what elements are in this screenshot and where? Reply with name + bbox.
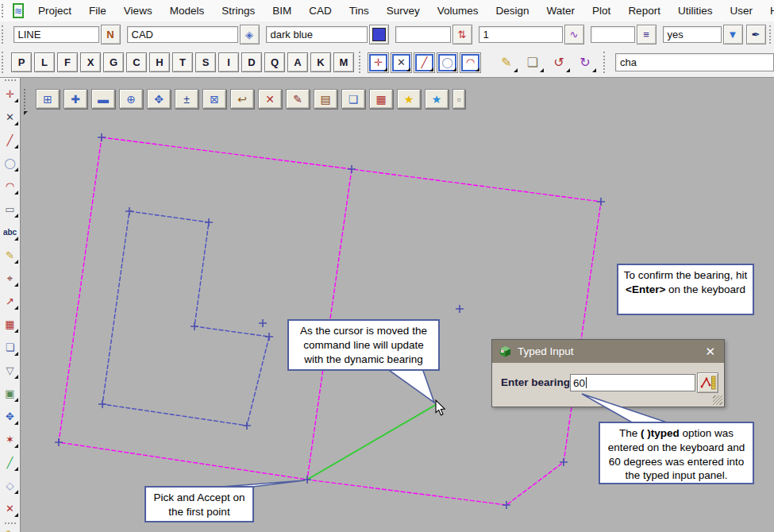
boundary-icon[interactable]: ◇ — [2, 476, 19, 495]
toolbar-grip[interactable] — [2, 52, 7, 73]
extra-view-icon[interactable]: ▫ — [452, 89, 465, 109]
snap-letter-m[interactable]: M — [333, 52, 354, 72]
bearing-input[interactable]: 60 — [570, 374, 695, 391]
color-swatch[interactable] — [369, 25, 389, 44]
edit-pencil-icon[interactable]: ✎ — [2, 528, 19, 532]
view-menu-icon[interactable]: ⊞ — [36, 89, 60, 109]
layers-icon[interactable]: ◈ — [240, 25, 260, 44]
snap-letter-x[interactable]: X — [80, 52, 101, 72]
menu-report[interactable]: Report — [619, 5, 669, 17]
menu-file[interactable]: File — [80, 5, 115, 17]
menu-utilities[interactable]: Utilities — [669, 5, 722, 17]
create-text-icon[interactable]: abc — [2, 223, 19, 241]
line-snap-icon[interactable]: ╱ — [414, 52, 435, 73]
menu-help[interactable]: Help — [761, 5, 774, 17]
height-field[interactable] — [395, 26, 451, 43]
redraw-icon[interactable]: ✎ — [286, 89, 310, 109]
zoom-scale-icon[interactable]: ± — [175, 89, 198, 109]
image-icon[interactable]: ▣ — [2, 384, 19, 403]
table-icon[interactable]: ▦ — [2, 315, 19, 333]
menu-cad[interactable]: CAD — [300, 5, 341, 17]
create-circle-icon[interactable]: ◯ — [2, 154, 19, 172]
cross-snap-icon[interactable]: ✕ — [391, 52, 412, 73]
delete-view-icon[interactable]: ✕ — [258, 89, 282, 109]
point-line-icon[interactable]: ⌖ — [2, 269, 19, 287]
toolbar-grip[interactable] — [24, 89, 29, 110]
menu-plot[interactable]: Plot — [583, 5, 619, 17]
snap-letter-g[interactable]: G — [103, 52, 124, 72]
point-snap-icon[interactable]: ✛ — [368, 52, 389, 73]
close-icon[interactable]: ✕ — [705, 345, 715, 357]
menu-project[interactable]: Project — [29, 5, 80, 17]
zoom-extent-icon[interactable]: ⊠ — [202, 89, 226, 109]
tin-icon[interactable]: ∿ — [564, 25, 584, 44]
favourites-icon[interactable]: ★ — [397, 89, 421, 109]
zoom-in-icon[interactable]: ✚ — [64, 89, 87, 109]
cross-string-icon[interactable]: ✕ — [2, 108, 19, 126]
zoom-out-icon[interactable]: ▬ — [91, 89, 115, 109]
toolbar-grip[interactable] — [603, 52, 609, 73]
bearing-picker-button[interactable] — [697, 372, 718, 393]
dialog-title-bar[interactable]: 12 Typed Input ✕ — [492, 340, 724, 363]
create-line-icon[interactable]: ╱ — [2, 131, 19, 149]
linestyle-field[interactable] — [591, 26, 635, 43]
toolbar-grip[interactable] — [5, 522, 16, 524]
arc-snap-icon[interactable]: ◠ — [460, 52, 481, 73]
snap-letter-c[interactable]: C — [126, 52, 147, 72]
model-field[interactable]: CAD — [127, 26, 238, 43]
toolbar-grip[interactable] — [5, 79, 16, 81]
select-box-icon[interactable]: ❏ — [2, 338, 19, 357]
eyedropper-icon[interactable]: ✒ — [746, 25, 766, 44]
z-height-icon[interactable]: ⇅ — [452, 25, 472, 44]
edit-string-icon[interactable]: ✎ — [495, 52, 518, 73]
create-rectangle-icon[interactable]: ▭ — [2, 200, 19, 218]
pan-icon[interactable]: ✥ — [147, 89, 171, 109]
weight-field[interactable]: 1 — [479, 26, 563, 43]
snap-letter-f[interactable]: F — [57, 52, 78, 72]
previous-view-icon[interactable]: ↩ — [230, 89, 254, 109]
paste-string-icon[interactable]: ❏ — [521, 52, 545, 73]
linestyle-icon[interactable]: ≡ — [637, 25, 657, 44]
menu-strings[interactable]: Strings — [213, 5, 264, 17]
snap-letter-p[interactable]: P — [11, 52, 32, 72]
create-arc-icon[interactable]: ◠ — [2, 177, 19, 195]
snap-letter-h[interactable]: H — [149, 52, 170, 72]
grid-icon[interactable]: ▦ — [369, 89, 393, 109]
name-badge-icon[interactable]: N — [101, 25, 121, 44]
resize-grip[interactable] — [713, 395, 722, 405]
polygon-icon[interactable]: ▽ — [2, 361, 19, 380]
colour-field[interactable]: dark blue — [266, 26, 368, 43]
toolbar-grip[interactable] — [2, 4, 3, 17]
reverse-string-icon[interactable]: ↺ — [547, 52, 571, 73]
menu-volumes[interactable]: Volumes — [429, 5, 487, 17]
create-symbol-icon[interactable]: ✎ — [2, 246, 19, 264]
snap-letter-i[interactable]: I — [218, 52, 239, 72]
copy-view-icon[interactable]: ❏ — [341, 89, 365, 109]
smooth-string-icon[interactable]: ↻ — [573, 52, 597, 73]
toolbar-grip[interactable] — [769, 25, 773, 44]
menu-water[interactable]: Water — [538, 5, 584, 17]
snap-letter-t[interactable]: T — [172, 52, 193, 72]
menu-survey[interactable]: Survey — [378, 5, 429, 17]
snap-letter-l[interactable]: L — [34, 52, 55, 72]
tinable-field[interactable]: yes — [663, 26, 722, 43]
measure-star-icon[interactable]: ✶ — [2, 430, 19, 449]
menu-models[interactable]: Models — [161, 5, 214, 17]
create-point-icon[interactable]: ✛ — [2, 85, 19, 103]
snap-letter-q[interactable]: Q — [264, 52, 285, 72]
dropdown-arrow-icon[interactable]: ▼ — [723, 25, 743, 44]
menu-views[interactable]: Views — [115, 5, 161, 17]
snap-letter-d[interactable]: D — [241, 52, 262, 72]
measure-icon[interactable]: ↗ — [2, 292, 19, 310]
segment-colour-icon[interactable]: ╱ — [2, 453, 19, 472]
command-input[interactable]: cha — [615, 53, 774, 71]
snap-letter-s[interactable]: S — [195, 52, 216, 72]
menu-bim[interactable]: BIM — [264, 5, 300, 17]
shared-favourites-icon[interactable]: ★ — [425, 89, 449, 109]
menu-design[interactable]: Design — [487, 5, 538, 17]
circle-snap-icon[interactable]: ◯ — [437, 52, 458, 73]
toolbar-grip[interactable] — [2, 25, 6, 44]
toolbar-grip[interactable] — [359, 52, 364, 73]
snap-letter-a[interactable]: A — [287, 52, 308, 72]
delete-string-icon[interactable]: ✕ — [2, 499, 19, 518]
